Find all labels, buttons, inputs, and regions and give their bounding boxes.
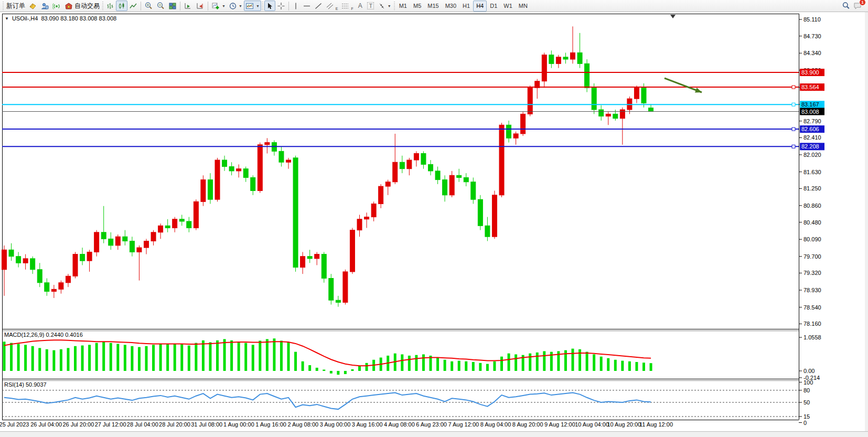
hline-tool-button[interactable]	[301, 1, 313, 11]
svg-text:10 Aug 04:00: 10 Aug 04:00	[575, 421, 609, 428]
toolbar-grip[interactable]	[102, 2, 103, 10]
text-tool-icon: A	[358, 2, 362, 9]
trendline-icon	[314, 2, 323, 10]
channel-sub-label: E	[336, 7, 338, 10]
macd-indicator-label: MACD(12,26,9) 0.2440 0.4016	[4, 332, 83, 338]
toolbar-grip[interactable]	[3, 2, 4, 10]
window-right-edge	[865, 12, 868, 431]
dropdown-caret-icon: ▼	[388, 4, 391, 8]
timeframe-m15-button[interactable]: M15	[424, 1, 442, 12]
channel-tool-button[interactable]: E	[324, 1, 340, 11]
chart-title: ▼ USOil-,H4 83.090 83.180 83.008 83.008	[5, 15, 116, 22]
vline-tool-button[interactable]	[291, 1, 301, 11]
cursor-tool-button[interactable]	[264, 1, 275, 11]
line-chart-icon	[129, 2, 137, 10]
timeframe-h1-button[interactable]: H1	[459, 1, 473, 12]
profile-button[interactable]	[39, 1, 51, 11]
indicators-button[interactable]: ▼	[210, 1, 227, 11]
chart-menu-icon[interactable]: ▼	[5, 16, 9, 21]
svg-text:82.790: 82.790	[803, 118, 821, 124]
signals-button[interactable]	[51, 1, 63, 11]
new-order-button[interactable]: 新订单	[5, 1, 27, 11]
svg-text:28 Jul 04:00: 28 Jul 04:00	[127, 421, 158, 428]
toolbar-separator	[141, 2, 141, 10]
svg-text:82.606: 82.606	[801, 126, 819, 132]
time-axis: 25 Jul 202326 Jul 04:0026 Jul 20:0027 Ju…	[0, 421, 673, 428]
svg-text:80: 80	[803, 387, 810, 393]
timeframe-m1-button[interactable]: M1	[396, 1, 410, 12]
arrows-tool-button[interactable]: ▼	[376, 1, 393, 11]
notifications-button[interactable]: 1	[852, 1, 864, 11]
indicators-add-icon	[211, 2, 220, 10]
svg-text:79.320: 79.320	[803, 270, 821, 276]
notification-badge: 1	[859, 0, 866, 6]
timeframe-d1-button[interactable]: D1	[487, 1, 500, 12]
svg-text:83.008: 83.008	[801, 109, 819, 115]
signals-icon	[52, 2, 61, 10]
auto-trading-button[interactable]: 自动交易	[63, 1, 101, 11]
svg-text:50: 50	[803, 399, 810, 406]
text-label-tool-button[interactable]: T	[366, 1, 376, 11]
svg-text:84.730: 84.730	[803, 33, 821, 39]
periods-button[interactable]: ▼	[227, 1, 244, 11]
candlestick-chart-button[interactable]	[116, 1, 127, 11]
fibonacci-tool-button[interactable]: F	[339, 1, 355, 11]
svg-text:4 Aug 08:00: 4 Aug 08:00	[384, 421, 415, 428]
tile-windows-icon	[168, 2, 177, 10]
bar-chart-icon	[106, 2, 114, 10]
text-label-tool-icon: T	[367, 2, 374, 9]
svg-text:79.700: 79.700	[803, 253, 821, 260]
svg-text:78.160: 78.160	[803, 321, 821, 327]
svg-text:0: 0	[803, 420, 807, 426]
chart-symbol-period: USOil-,H4	[12, 15, 38, 22]
toolbar-grip[interactable]	[262, 2, 263, 10]
search-button[interactable]	[840, 1, 852, 11]
auto-scroll-button[interactable]	[182, 1, 194, 11]
text-tool-button[interactable]: A	[355, 1, 366, 11]
horizontal-line-icon	[303, 2, 311, 10]
search-icon	[842, 2, 850, 10]
svg-text:81.250: 81.250	[803, 185, 821, 191]
profile-icon	[40, 2, 49, 10]
svg-text:3 Aug 00:00: 3 Aug 00:00	[320, 421, 351, 428]
tile-windows-button[interactable]	[167, 1, 178, 11]
chart-ohlc-values: 83.090 83.180 83.008 83.008	[41, 15, 116, 22]
timeframe-m5-button[interactable]: M5	[410, 1, 424, 12]
bar-chart-button[interactable]	[104, 1, 116, 11]
zoom-in-button[interactable]	[143, 1, 155, 11]
toolbar-separator	[288, 2, 289, 10]
zoom-in-icon	[144, 2, 153, 10]
trendline-tool-button[interactable]	[313, 1, 324, 11]
line-chart-button[interactable]	[127, 1, 139, 11]
fibonacci-icon	[341, 2, 350, 10]
svg-text:84.340: 84.340	[803, 50, 821, 56]
svg-text:81.630: 81.630	[803, 169, 821, 175]
svg-text:82.410: 82.410	[803, 134, 821, 141]
svg-text:80.860: 80.860	[803, 202, 821, 209]
timeframe-m30-button[interactable]: M30	[442, 1, 459, 12]
crosshair-tool-button[interactable]	[275, 1, 287, 11]
svg-text:85.110: 85.110	[803, 16, 821, 23]
toolbar-grip[interactable]	[394, 2, 395, 10]
dropdown-caret-icon: ▼	[222, 4, 226, 8]
timeframe-mn-button[interactable]: MN	[516, 1, 531, 12]
dropdown-caret-icon: ▼	[239, 4, 242, 8]
auto-scroll-icon	[184, 2, 192, 10]
svg-text:100: 100	[803, 379, 813, 386]
svg-text:26 Jul 04:00: 26 Jul 04:00	[30, 421, 62, 428]
new-order-label: 新订单	[6, 2, 25, 10]
svg-text:83.564: 83.564	[801, 84, 819, 90]
timeframe-w1-button[interactable]: W1	[500, 1, 516, 12]
svg-text:82.020: 82.020	[803, 152, 821, 158]
timeframe-h4-button[interactable]: H4	[473, 1, 487, 12]
zoom-out-button[interactable]	[155, 1, 167, 11]
cursor-icon	[266, 2, 274, 10]
window-bottom-edge	[0, 431, 868, 437]
chart-shift-button[interactable]	[194, 1, 206, 11]
templates-button[interactable]: ▼	[244, 1, 261, 11]
chart-canvas[interactable]: 85.11084.73084.34083.95083.56083.17082.7…	[0, 0, 868, 437]
order-history-icon-button[interactable]	[27, 1, 39, 11]
svg-text:78.540: 78.540	[803, 304, 821, 311]
svg-text:1 Aug 16:00: 1 Aug 16:00	[255, 421, 286, 428]
zoom-out-icon	[156, 2, 165, 10]
